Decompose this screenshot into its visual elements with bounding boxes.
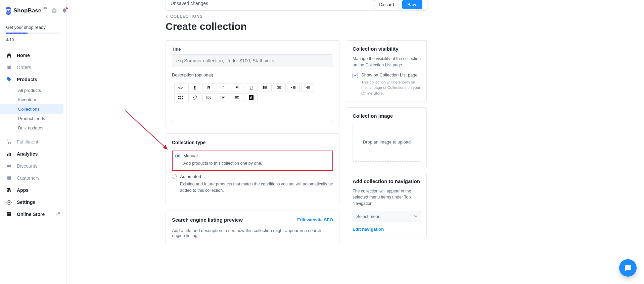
brand-area: ShopBase US ?	[0, 7, 66, 21]
collection-type-heading: Collection type	[172, 140, 333, 145]
nav-analytics[interactable]: Analytics	[0, 148, 66, 160]
svg-point-6	[8, 143, 9, 144]
svg-text:A: A	[250, 96, 252, 100]
nav-collections[interactable]: Collections	[0, 104, 63, 114]
cart-icon	[6, 139, 12, 145]
outdent-icon[interactable]	[287, 83, 300, 92]
save-button[interactable]: Save	[402, 0, 422, 9]
radio-manual[interactable]: Manual	[175, 153, 330, 158]
nav-settings[interactable]: Settings	[0, 196, 66, 208]
nav-all-products[interactable]: All products	[0, 86, 63, 95]
title-card: Title Description (optional) <> ¶ B I S …	[166, 40, 339, 128]
chart-icon	[6, 151, 12, 157]
radio-automated-label: Automated	[180, 174, 201, 179]
puzzle-icon	[6, 187, 12, 193]
table-icon[interactable]	[174, 93, 187, 102]
svg-rect-34	[182, 98, 183, 99]
discard-button[interactable]: Discard	[374, 0, 399, 9]
bold-icon[interactable]: B	[202, 83, 215, 92]
description-label: Description (optional)	[172, 72, 333, 77]
nav-apps-label: Apps	[17, 187, 29, 193]
nav-home[interactable]: Home	[0, 49, 66, 61]
nav-online-store[interactable]: Online Store	[0, 208, 66, 220]
radio-automated-input[interactable]	[172, 174, 177, 179]
nav-discounts[interactable]: Discounts	[0, 160, 66, 172]
svg-rect-30	[180, 96, 181, 97]
nav-discounts-label: Discounts	[17, 163, 37, 169]
svg-point-5	[8, 78, 8, 79]
show-on-list-label: Show on Collection List page	[361, 72, 418, 77]
percent-icon	[6, 163, 12, 169]
edit-seo-link[interactable]: Edit website SEO	[297, 217, 333, 222]
brand-name: ShopBase	[13, 7, 41, 14]
strike-icon[interactable]: S	[231, 83, 243, 92]
image-icon[interactable]	[202, 93, 215, 102]
brand-logo-icon	[6, 7, 11, 15]
svg-rect-3	[7, 65, 10, 69]
nav-apps[interactable]: Apps	[0, 184, 66, 196]
nav-orders[interactable]: Orders	[0, 61, 66, 73]
nav-product-feeds[interactable]: Product feeds	[0, 114, 63, 123]
image-dropzone[interactable]: Drop an image to upload	[353, 123, 421, 162]
svg-point-14	[263, 86, 264, 87]
progress-fill	[6, 33, 28, 34]
onboarding-progress[interactable]: Get your shop ready 4/10	[0, 21, 66, 47]
nav-customers[interactable]: Customers	[0, 172, 66, 184]
show-on-list-checkbox[interactable]	[353, 73, 358, 78]
menu-select[interactable]: Select menu	[353, 211, 421, 222]
tag-icon	[6, 77, 12, 82]
collection-image-card: Collection image Drop an image to upload	[347, 107, 427, 167]
svg-rect-4	[8, 65, 10, 66]
external-link-icon[interactable]	[55, 212, 60, 217]
code-view-icon[interactable]: <>	[174, 83, 187, 92]
customers-icon	[6, 175, 12, 181]
visibility-card: Collection visibility Manage the visibil…	[347, 40, 427, 102]
svg-text:?: ?	[53, 9, 55, 13]
underline-icon[interactable]: U	[245, 83, 258, 92]
store-icon	[6, 212, 12, 217]
annotation-highlight-box: Manual Add products to this collection o…	[172, 151, 333, 171]
svg-line-43	[125, 111, 167, 149]
video-icon[interactable]	[217, 93, 229, 102]
radio-manual-input[interactable]	[175, 154, 180, 158]
paragraph-icon[interactable]: ¶	[188, 83, 201, 92]
onboarding-label: Get your shop ready	[6, 25, 60, 30]
breadcrumb[interactable]: COLLECTIONS	[166, 14, 427, 19]
svg-point-7	[10, 143, 11, 144]
nav-fulfillment[interactable]: Fulfillment	[0, 136, 66, 148]
gear-icon	[6, 200, 12, 205]
radio-automated[interactable]: Automated	[172, 174, 333, 179]
navigation-heading: Add collection to navigation	[353, 178, 421, 184]
collection-type-card: Collection type Manual Add products to t…	[166, 133, 339, 205]
indent-icon[interactable]	[301, 83, 314, 92]
chevron-down-icon	[414, 215, 417, 217]
italic-icon[interactable]: I	[217, 83, 229, 92]
nav-bulk-updates[interactable]: Bulk updates	[0, 123, 63, 132]
align-left-icon[interactable]	[231, 93, 243, 102]
radio-manual-help: Add products to this collection one by o…	[175, 160, 330, 167]
seo-card: Search engine listing preview Edit websi…	[166, 211, 339, 245]
edit-navigation-link[interactable]: Edit navigation	[353, 227, 384, 232]
nav-products[interactable]: Products	[0, 73, 66, 86]
svg-rect-10	[10, 153, 11, 156]
chat-icon	[624, 264, 632, 272]
rich-text-editor[interactable]: <> ¶ B I S U	[172, 81, 333, 121]
radio-manual-label: Manual	[183, 153, 198, 158]
svg-rect-8	[7, 154, 8, 156]
align-center-icon[interactable]	[273, 83, 286, 92]
help-icon[interactable]: ?	[51, 8, 57, 14]
nav-customers-label: Customers	[17, 175, 40, 181]
list-ul-icon[interactable]	[259, 83, 272, 92]
menu-select-label: Select menu	[356, 214, 380, 219]
nav-inventory[interactable]: Inventory	[0, 95, 63, 104]
nav-settings-label: Settings	[17, 200, 35, 205]
sidebar: ShopBase US ? Get your shop ready 4/10 H…	[0, 0, 66, 284]
svg-point-13	[8, 202, 10, 203]
radio-automated-help: Existing and future products that match …	[172, 181, 333, 194]
font-color-icon[interactable]: A	[245, 93, 258, 102]
chat-fab[interactable]	[619, 259, 637, 277]
seo-help: Add a title and description to see how t…	[172, 228, 333, 238]
collection-title-input[interactable]	[172, 54, 333, 67]
link-icon[interactable]	[188, 93, 201, 102]
nav-analytics-label: Analytics	[17, 151, 38, 157]
